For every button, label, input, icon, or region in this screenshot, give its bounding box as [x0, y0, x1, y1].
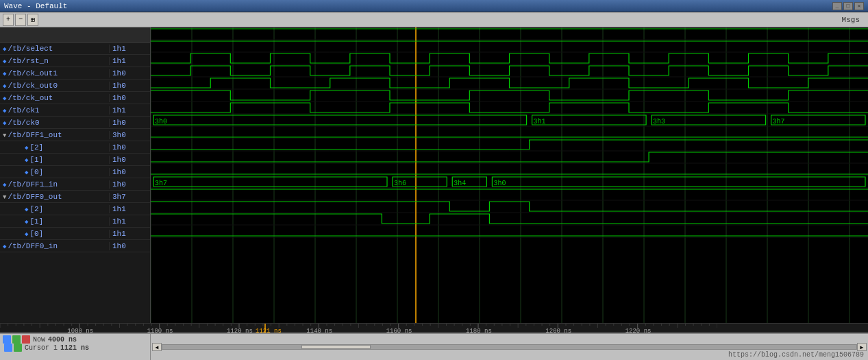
signal-value-DFF1_out: 3h0: [109, 131, 150, 139]
status-left: Now 4000 ns Cursor 1 1121 ns: [0, 334, 151, 360]
signal-value-rst_n: 1h1: [109, 57, 150, 65]
signal-row-DFF1_out_2[interactable]: ◆[2]1h0: [0, 141, 150, 154]
signal-row-DFF1_out[interactable]: ▼/tb/DFF1_out3h0: [0, 129, 150, 141]
signal-value-ck_out0: 1h0: [109, 82, 150, 90]
wave-canvas: [151, 27, 868, 323]
main-container: + − ⊞ Msgs ◆/tb/select1h1◆/tb/rst_n1h1◆/…: [0, 12, 868, 360]
signal-row-select[interactable]: ◆/tb/select1h1: [0, 43, 150, 55]
signal-row-ck0[interactable]: ◆/tb/ck01h0: [0, 117, 150, 129]
signal-value-DFF1_out_0: 1h0: [109, 168, 150, 176]
signal-name-ck_out0: ◆/tb/ck_out0: [0, 82, 109, 90]
signal-row-DFF0_in[interactable]: ◆/tb/DFF0_in1h0: [0, 240, 150, 252]
signal-name-DFF1_out_1: ◆[1]: [0, 156, 109, 164]
signal-value-DFF0_out_2: 1h1: [109, 205, 150, 213]
signal-value-DFF1_out_1: 1h0: [109, 156, 150, 164]
title-bar-buttons: _ □ ✕: [832, 2, 864, 10]
app-title: Wave - Default: [4, 2, 67, 10]
maximize-button[interactable]: □: [843, 2, 853, 10]
signal-list: ◆/tb/select1h1◆/tb/rst_n1h1◆/tb/ck_out11…: [0, 43, 150, 323]
timeline-canvas: [0, 324, 717, 333]
signal-name-select: ◆/tb/select: [0, 45, 109, 53]
minimize-button[interactable]: _: [832, 2, 842, 10]
signal-name-ck0: ◆/tb/ck0: [0, 119, 109, 127]
close-button[interactable]: ✕: [854, 2, 864, 10]
signal-name-DFF0_out_2: ◆[2]: [0, 205, 109, 213]
signal-value-ck0: 1h0: [109, 119, 150, 127]
signal-value-select: 1h1: [109, 45, 150, 53]
signal-value-DFF0_out: 3h7: [109, 193, 150, 201]
signal-name-ck1: ◆/tb/ck1: [0, 106, 109, 115]
url-bar: https://blog.csdn.net/meng1506789: [728, 351, 864, 359]
signal-row-DFF0_out_1[interactable]: ◆[1]1h1: [0, 215, 150, 228]
toolbar-zoom-out[interactable]: −: [15, 14, 26, 26]
signal-row-ck_out0[interactable]: ◆/tb/ck_out01h0: [0, 80, 150, 92]
signal-header: [0, 27, 150, 43]
signal-name-DFF0_out: ▼/tb/DFF0_out: [0, 193, 109, 201]
signal-name-DFF0_out_1: ◆[1]: [0, 217, 109, 226]
status-bar: Now 4000 ns Cursor 1 1121 ns ◀ ▶: [0, 333, 868, 360]
signal-value-DFF0_out_0: 1h1: [109, 230, 150, 238]
signal-value-DFF0_out_1: 1h1: [109, 217, 150, 226]
signal-row-DFF1_out_0[interactable]: ◆[0]1h0: [0, 166, 150, 178]
cursor-value: 1121 ns: [60, 344, 89, 352]
signal-value-ck_out: 1h0: [109, 94, 150, 102]
cursor-label: Cursor 1: [25, 344, 58, 352]
signal-name-ck_out: ◆/tb/ck_out: [0, 94, 109, 102]
signal-row-DFF0_out_2[interactable]: ◆[2]1h1: [0, 203, 150, 215]
msgs-label: Msgs: [842, 16, 860, 24]
wave-panel[interactable]: [151, 27, 868, 323]
signal-value-ck1: 1h1: [109, 106, 150, 115]
scroll-left-button[interactable]: ◀: [152, 343, 162, 351]
signal-row-DFF1_out_1[interactable]: ◆[1]1h0: [0, 154, 150, 166]
wave-canvas-area: [151, 27, 868, 323]
toolbar: + − ⊞ Msgs: [0, 12, 868, 27]
signal-name-DFF1_out_2: ◆[2]: [0, 143, 109, 152]
signal-name-DFF1_out: ▼/tb/DFF1_out: [0, 131, 109, 139]
signal-panel: ◆/tb/select1h1◆/tb/rst_n1h1◆/tb/ck_out11…: [0, 27, 151, 323]
signal-name-DFF0_out_0: ◆[0]: [0, 230, 109, 238]
scroll-right-button[interactable]: ▶: [857, 343, 867, 351]
scroll-thumb[interactable]: [301, 345, 371, 349]
signal-value-DFF1_in: 1h0: [109, 180, 150, 189]
signal-name-ck_out1: ◆/tb/ck_out1: [0, 69, 109, 77]
now-value: 4000 ns: [48, 336, 77, 344]
signal-name-DFF0_in: ◆/tb/DFF0_in: [0, 242, 109, 250]
signal-name-rst_n: ◆/tb/rst_n: [0, 57, 109, 65]
signal-name-DFF1_in: ◆/tb/DFF1_in: [0, 180, 109, 189]
signal-row-DFF0_out[interactable]: ▼/tb/DFF0_out3h7: [0, 191, 150, 203]
signal-row-ck_out1[interactable]: ◆/tb/ck_out11h0: [0, 67, 150, 80]
toolbar-zoom-in[interactable]: +: [3, 14, 14, 26]
signal-row-DFF1_in[interactable]: ◆/tb/DFF1_in1h0: [0, 178, 150, 191]
content-area: ◆/tb/select1h1◆/tb/rst_n1h1◆/tb/ck_out11…: [0, 27, 868, 323]
signal-name-DFF1_out_0: ◆[0]: [0, 168, 109, 176]
title-bar: Wave - Default _ □ ✕: [0, 0, 868, 12]
cursor-row: Cursor 1 1121 ns: [3, 344, 147, 352]
signal-value-DFF0_in: 1h0: [109, 242, 150, 250]
toolbar-fit[interactable]: ⊞: [27, 14, 38, 26]
scroll-track[interactable]: [162, 344, 857, 350]
timeline-area: [0, 323, 868, 333]
now-label: Now: [33, 336, 45, 344]
status-right: ◀ ▶ https://blog.csdn.net/meng1506789: [151, 334, 868, 360]
signal-row-ck_out[interactable]: ◆/tb/ck_out1h0: [0, 92, 150, 104]
signal-value-ck_out1: 1h0: [109, 69, 150, 77]
signal-row-ck1[interactable]: ◆/tb/ck11h1: [0, 104, 150, 117]
signal-row-rst_n[interactable]: ◆/tb/rst_n1h1: [0, 55, 150, 67]
signal-row-DFF0_out_0[interactable]: ◆[0]1h1: [0, 228, 150, 240]
now-row: Now 4000 ns: [3, 335, 147, 344]
signal-value-DFF1_out_2: 1h0: [109, 143, 150, 152]
